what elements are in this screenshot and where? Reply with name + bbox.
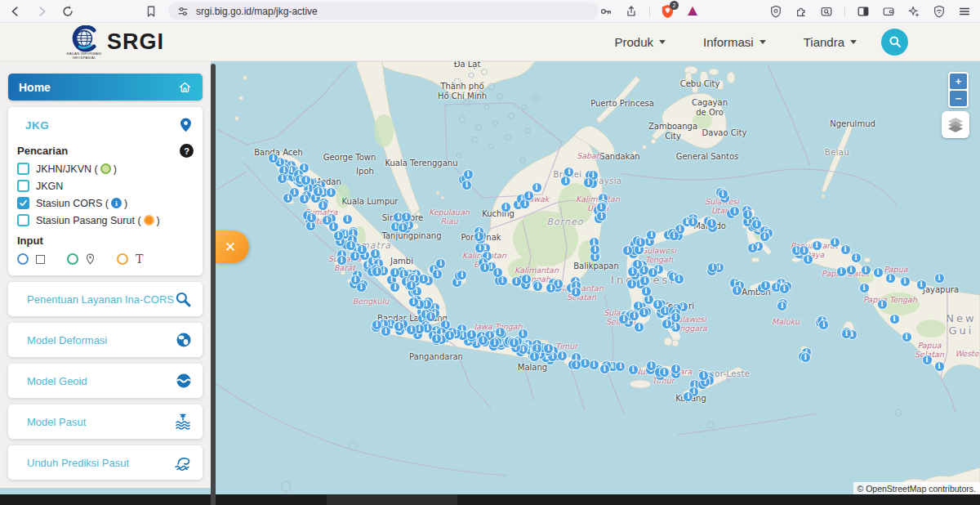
nav-item-produk[interactable]: Produk: [614, 35, 666, 49]
cors-station-marker[interactable]: i: [306, 212, 317, 223]
cors-station-marker[interactable]: i: [830, 237, 840, 248]
draw-rectangle-tool-radio[interactable]: [17, 253, 29, 265]
checkbox-unchecked[interactable]: [17, 163, 29, 175]
cors-station-marker[interactable]: i: [803, 254, 813, 265]
menu-icon[interactable]: [957, 4, 972, 19]
wallet-icon[interactable]: [881, 4, 896, 19]
cors-station-marker[interactable]: i: [688, 217, 698, 227]
password-key-icon[interactable]: [599, 4, 613, 19]
sidebar-item-model-pasut[interactable]: Model Pasut: [8, 404, 203, 439]
cors-station-marker[interactable]: i: [333, 230, 344, 241]
cors-station-marker[interactable]: i: [532, 182, 542, 193]
cors-station-marker[interactable]: i: [301, 175, 311, 185]
nav-item-tiandra[interactable]: Tiandra: [804, 35, 857, 49]
cors-station-marker[interactable]: i: [861, 265, 871, 275]
cors-station-marker[interactable]: i: [646, 230, 657, 240]
cors-station-marker[interactable]: i: [670, 312, 681, 323]
cors-station-marker[interactable]: i: [674, 274, 684, 284]
map-attribution[interactable]: © OpenStreetMap contributors.: [853, 482, 980, 494]
map-canvas[interactable]: Đà LạtThành phố Hồ Chí MinhKuala Terengg…: [0, 61, 980, 505]
sidebar-item-penentuan-layanan-ina-cors[interactable]: Penentuan Layanan Ina-CORS: [8, 282, 203, 316]
nav-item-informasi[interactable]: Informasi: [703, 35, 766, 49]
cors-station-marker[interactable]: i: [800, 352, 811, 363]
cors-station-marker[interactable]: i: [474, 231, 484, 242]
privacy-shield-icon[interactable]: [768, 4, 783, 19]
cors-station-marker[interactable]: i: [356, 282, 367, 293]
cors-station-marker[interactable]: i: [629, 311, 639, 321]
cors-station-marker[interactable]: i: [518, 328, 528, 339]
cors-station-marker[interactable]: i: [659, 367, 670, 378]
cors-station-marker[interactable]: i: [318, 200, 328, 211]
sidebar-item-model-geoid[interactable]: Model Geoid: [8, 364, 203, 398]
checkbox-checked[interactable]: [17, 197, 29, 209]
cors-station-marker[interactable]: i: [760, 231, 770, 242]
cors-station-marker[interactable]: i: [934, 273, 945, 284]
sidebar-item-unduh-prediksi-pasut[interactable]: Unduh Prediksi Pasut: [8, 445, 203, 480]
cors-station-marker[interactable]: i: [596, 202, 607, 212]
cors-station-marker[interactable]: i: [299, 194, 310, 204]
bookmark-icon[interactable]: [144, 4, 158, 19]
cors-station-marker[interactable]: i: [902, 332, 912, 342]
cors-station-marker[interactable]: i: [463, 169, 474, 180]
cors-station-marker[interactable]: i: [851, 252, 862, 263]
pin-icon[interactable]: [86, 253, 95, 265]
draw-point-tool-radio[interactable]: [67, 253, 78, 265]
draw-text-tool-radio[interactable]: [117, 253, 128, 265]
cors-station-marker[interactable]: i: [628, 364, 639, 375]
zoom-out-button[interactable]: −: [950, 91, 967, 106]
site-settings-icon[interactable]: [176, 4, 190, 19]
cors-station-marker[interactable]: i: [885, 273, 896, 284]
cors-station-marker[interactable]: i: [641, 286, 652, 297]
cors-station-marker[interactable]: i: [718, 189, 728, 199]
cors-station-marker[interactable]: i: [846, 265, 857, 275]
zoom-in-button[interactable]: +: [950, 74, 967, 89]
cors-station-marker[interactable]: i: [557, 351, 568, 361]
checkbox-unchecked[interactable]: [17, 214, 29, 226]
checkbox-jkgn[interactable]: JKGN: [17, 180, 194, 192]
brave-logo-icon[interactable]: [685, 4, 700, 19]
cors-station-marker[interactable]: i: [627, 266, 638, 277]
cors-station-marker[interactable]: i: [599, 364, 610, 374]
leo-ai-sparkle-icon[interactable]: [906, 4, 921, 19]
cors-station-marker[interactable]: i: [408, 297, 419, 307]
cors-station-marker[interactable]: i: [435, 258, 446, 269]
cors-station-marker[interactable]: i: [466, 329, 477, 340]
cors-station-marker[interactable]: i: [653, 299, 663, 310]
reload-icon[interactable]: [60, 4, 75, 19]
sidebar-collapse-button[interactable]: ✕: [216, 230, 249, 263]
cors-station-marker[interactable]: i: [859, 283, 870, 293]
forward-icon[interactable]: [34, 4, 49, 19]
cors-station-marker[interactable]: i: [394, 321, 404, 332]
cors-station-marker[interactable]: i: [398, 222, 408, 233]
cors-station-marker[interactable]: i: [916, 279, 927, 290]
cors-station-marker[interactable]: i: [461, 180, 472, 190]
text-icon[interactable]: T: [136, 253, 143, 265]
cors-station-marker[interactable]: i: [501, 202, 511, 212]
cors-station-marker[interactable]: i: [495, 327, 506, 337]
cors-station-marker[interactable]: i: [873, 267, 884, 278]
cors-station-marker[interactable]: i: [732, 285, 742, 296]
cors-station-marker[interactable]: i: [840, 244, 851, 255]
checkbox-stasiun-cors[interactable]: Stasiun CORS (i): [17, 197, 194, 209]
cors-station-marker[interactable]: i: [370, 248, 381, 259]
cors-station-marker[interactable]: i: [877, 299, 888, 310]
cors-station-marker[interactable]: i: [511, 276, 522, 287]
share-icon[interactable]: [624, 4, 639, 19]
cors-station-marker[interactable]: i: [836, 266, 847, 277]
brave-shield-icon[interactable]: 2: [661, 4, 675, 19]
sidebar-item-model-deformasi[interactable]: Model Deformasi: [8, 323, 203, 357]
cors-station-marker[interactable]: i: [571, 287, 581, 297]
cors-station-marker[interactable]: i: [747, 243, 758, 253]
big-logo[interactable]: BADAN INFORMASI GEOSPASIAL: [69, 25, 100, 58]
sidebar-toggle-icon[interactable]: [856, 4, 871, 19]
vpn-shield-icon[interactable]: [932, 4, 947, 19]
cors-station-marker[interactable]: i: [729, 206, 740, 217]
cors-station-marker[interactable]: i: [529, 351, 540, 362]
cors-station-marker[interactable]: i: [760, 280, 771, 291]
help-button[interactable]: ?: [180, 144, 194, 158]
cors-station-marker[interactable]: i: [841, 328, 852, 339]
url-bar[interactable]: srgi.big.go.id/map/jkg-active: [168, 2, 599, 20]
cors-station-marker[interactable]: i: [509, 337, 519, 348]
cors-station-marker[interactable]: i: [669, 230, 679, 241]
cors-station-marker[interactable]: i: [818, 320, 829, 330]
